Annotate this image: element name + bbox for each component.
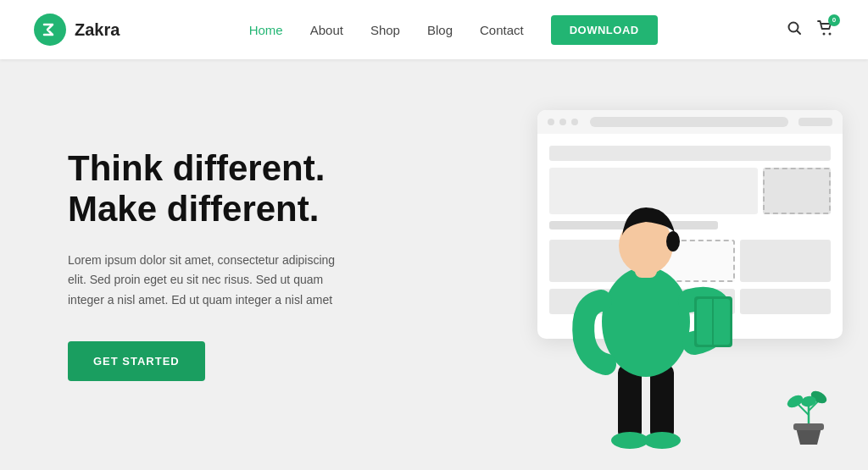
svg-point-6 — [611, 432, 648, 449]
svg-point-3 — [829, 32, 832, 35]
download-button[interactable]: DOWNLOAD — [551, 15, 658, 45]
nav-blog[interactable]: Blog — [427, 23, 453, 37]
search-icon — [787, 20, 802, 36]
main-nav: Home About Shop Blog Contact DOWNLOAD — [249, 15, 658, 45]
plant-illustration — [783, 390, 834, 449]
mock-card-3 — [740, 240, 831, 282]
svg-point-2 — [823, 32, 826, 35]
site-header: Zakra Home About Shop Blog Contact DOWNL… — [0, 0, 868, 59]
hero-section: Think different. Make different. Lorem i… — [0, 59, 868, 470]
svg-line-1 — [798, 30, 801, 34]
logo-area[interactable]: Zakra — [34, 14, 120, 46]
svg-point-7 — [643, 432, 681, 449]
logo-icon — [34, 14, 66, 46]
browser-nav-area — [798, 118, 832, 126]
nav-home[interactable]: Home — [249, 23, 283, 37]
hero-description: Lorem ipsum dolor sit amet, consectetur … — [68, 251, 356, 311]
get-started-button[interactable]: GET STARTED — [68, 341, 205, 381]
mock-bottom-3 — [740, 289, 831, 314]
browser-bar — [537, 110, 843, 134]
browser-dot-3 — [571, 119, 578, 125]
hero-title: Think different. Make different. — [68, 148, 356, 230]
cart-badge: 0 — [828, 14, 840, 26]
browser-dot-2 — [559, 119, 566, 125]
search-button[interactable] — [787, 20, 802, 40]
nav-about[interactable]: About — [310, 23, 343, 37]
mock-hero-right — [763, 168, 831, 214]
logo-text: Zakra — [75, 20, 120, 40]
hero-illustration — [427, 85, 868, 457]
svg-rect-15 — [793, 423, 824, 430]
cart-button[interactable]: 0 — [817, 19, 834, 41]
hero-content: Think different. Make different. Lorem i… — [68, 148, 356, 381]
svg-point-11 — [666, 231, 680, 252]
browser-dot-1 — [548, 119, 554, 125]
nav-contact[interactable]: Contact — [480, 23, 524, 37]
person-illustration — [537, 135, 741, 457]
browser-address-bar — [590, 117, 788, 127]
nav-shop[interactable]: Shop — [370, 23, 400, 37]
header-icons: 0 — [787, 19, 834, 41]
